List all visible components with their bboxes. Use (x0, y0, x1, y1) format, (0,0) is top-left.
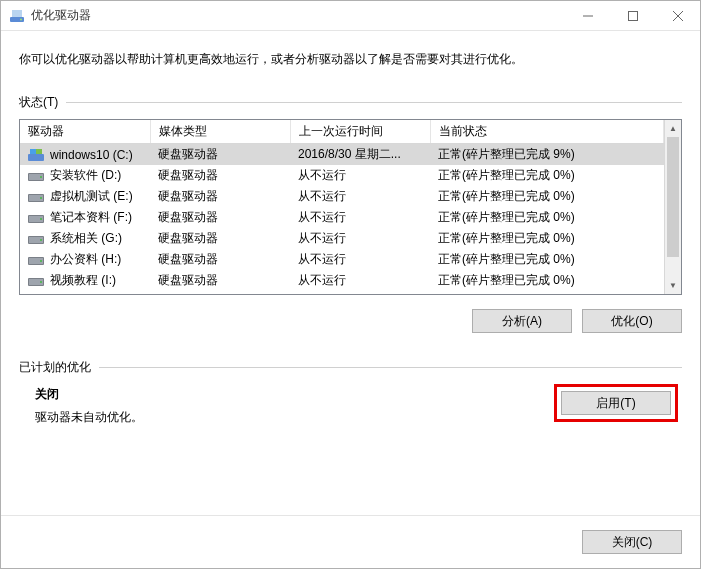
drive-media: 硬盘驱动器 (150, 270, 290, 291)
table-row[interactable]: 虚拟机测试 (E:)硬盘驱动器从不运行正常(碎片整理已完成 0%) (20, 186, 664, 207)
close-window-button[interactable]: 关闭(C) (582, 530, 682, 554)
drive-icon (28, 170, 44, 182)
drive-name: 笔记本资料 (F:) (50, 209, 132, 226)
drive-media: 硬盘驱动器 (150, 207, 290, 228)
app-icon (9, 8, 25, 24)
svg-rect-4 (628, 11, 637, 20)
window-title: 优化驱动器 (31, 7, 565, 24)
drive-state: 正常(碎片整理已完成 0%) (430, 186, 664, 207)
table-row[interactable]: windows10 (C:)硬盘驱动器2016/8/30 星期二...正常(碎片… (20, 144, 664, 166)
col-drive[interactable]: 驱动器 (20, 120, 150, 144)
drive-icon (28, 149, 44, 161)
svg-point-2 (20, 18, 22, 20)
scheduled-desc: 驱动器未自动优化。 (35, 409, 554, 426)
drive-state: 正常(碎片整理已完成 0%) (430, 270, 664, 291)
status-label: 状态(T) (19, 94, 58, 111)
drive-lastrun: 从不运行 (290, 165, 430, 186)
enable-button[interactable]: 启用(T) (561, 391, 671, 415)
svg-point-15 (40, 197, 42, 199)
drive-name: windows10 (C:) (50, 148, 133, 162)
minimize-button[interactable] (565, 1, 610, 30)
drive-state: 正常(碎片整理已完成 0%) (430, 249, 664, 270)
title-bar: 优化驱动器 (1, 1, 700, 31)
svg-rect-1 (12, 10, 22, 17)
drive-name: 办公资料 (H:) (50, 251, 121, 268)
svg-point-27 (40, 281, 42, 283)
drive-lastrun: 从不运行 (290, 270, 430, 291)
drive-icon (28, 191, 44, 203)
drive-lastrun: 从不运行 (290, 186, 430, 207)
drive-icon (28, 275, 44, 287)
table-row[interactable]: 办公资料 (H:)硬盘驱动器从不运行正常(碎片整理已完成 0%) (20, 249, 664, 270)
drive-media: 硬盘驱动器 (150, 249, 290, 270)
drive-media: 硬盘驱动器 (150, 228, 290, 249)
scheduled-section-header: 已计划的优化 (19, 359, 682, 376)
drive-media: 硬盘驱动器 (150, 186, 290, 207)
svg-point-24 (40, 260, 42, 262)
drive-name: 虚拟机测试 (E:) (50, 188, 133, 205)
table-row[interactable]: 笔记本资料 (F:)硬盘驱动器从不运行正常(碎片整理已完成 0%) (20, 207, 664, 228)
svg-rect-9 (36, 149, 42, 154)
drive-lastrun: 从不运行 (290, 228, 430, 249)
drive-name: 安装软件 (D:) (50, 167, 121, 184)
status-section-header: 状态(T) (19, 94, 682, 111)
table-row[interactable]: 安装软件 (D:)硬盘驱动器从不运行正常(碎片整理已完成 0%) (20, 165, 664, 186)
scroll-down-icon[interactable]: ▼ (665, 277, 681, 294)
svg-point-21 (40, 239, 42, 241)
drive-name: 视频教程 (I:) (50, 272, 116, 289)
drive-icon (28, 212, 44, 224)
drive-media: 硬盘驱动器 (150, 144, 290, 166)
col-media[interactable]: 媒体类型 (150, 120, 290, 144)
svg-rect-7 (28, 154, 44, 161)
analyze-button[interactable]: 分析(A) (472, 309, 572, 333)
close-button[interactable] (655, 1, 700, 30)
drive-state: 正常(碎片整理已完成 0%) (430, 207, 664, 228)
drive-state: 正常(碎片整理已完成 0%) (430, 165, 664, 186)
vertical-scrollbar[interactable]: ▲ ▼ (664, 120, 681, 294)
intro-text: 你可以优化驱动器以帮助计算机更高效地运行，或者分析驱动器以了解是否需要对其进行优… (19, 51, 682, 68)
optimize-button[interactable]: 优化(O) (582, 309, 682, 333)
drive-icon (28, 233, 44, 245)
maximize-button[interactable] (610, 1, 655, 30)
drive-table: 驱动器 媒体类型 上一次运行时间 当前状态 windows10 (C:)硬盘驱动… (20, 120, 664, 291)
svg-point-18 (40, 218, 42, 220)
scrollbar-thumb[interactable] (667, 137, 679, 257)
col-state[interactable]: 当前状态 (430, 120, 664, 144)
svg-rect-8 (30, 149, 36, 154)
table-row[interactable]: 系统相关 (G:)硬盘驱动器从不运行正常(碎片整理已完成 0%) (20, 228, 664, 249)
table-row[interactable]: 视频教程 (I:)硬盘驱动器从不运行正常(碎片整理已完成 0%) (20, 270, 664, 291)
drive-lastrun: 从不运行 (290, 207, 430, 228)
scheduled-label: 已计划的优化 (19, 359, 91, 376)
enable-highlight: 启用(T) (554, 384, 678, 422)
drive-state: 正常(碎片整理已完成 0%) (430, 228, 664, 249)
drive-name: 系统相关 (G:) (50, 230, 122, 247)
scheduled-status: 关闭 (35, 386, 554, 403)
drive-media: 硬盘驱动器 (150, 165, 290, 186)
drive-icon (28, 254, 44, 266)
divider (99, 367, 682, 368)
divider (66, 102, 682, 103)
scroll-up-icon[interactable]: ▲ (665, 120, 681, 137)
drive-state: 正常(碎片整理已完成 9%) (430, 144, 664, 166)
drive-lastrun: 2016/8/30 星期二... (290, 144, 430, 166)
col-lastrun[interactable]: 上一次运行时间 (290, 120, 430, 144)
svg-point-12 (40, 176, 42, 178)
drive-table-container: 驱动器 媒体类型 上一次运行时间 当前状态 windows10 (C:)硬盘驱动… (19, 119, 682, 295)
drive-lastrun: 从不运行 (290, 249, 430, 270)
